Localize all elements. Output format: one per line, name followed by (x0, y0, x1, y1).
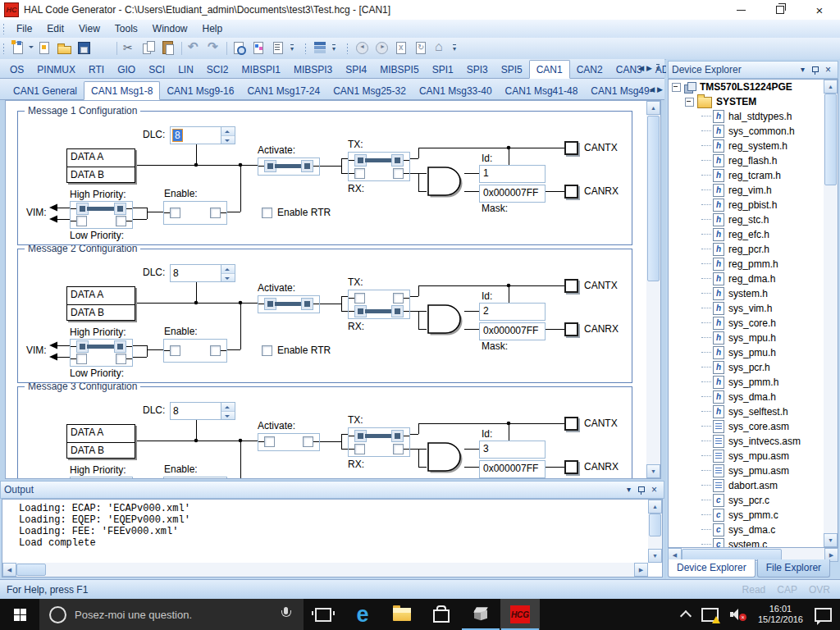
canvas-scroll-thumb[interactable] (647, 116, 660, 281)
tree-item-dabort-asm[interactable]: dabort.asm (669, 478, 838, 493)
tab-scroll-left-icon[interactable]: ◀ (638, 64, 644, 72)
save-all-button[interactable] (95, 39, 113, 57)
txrx-switch[interactable] (348, 290, 410, 319)
dlc-value[interactable]: 8 (173, 267, 179, 279)
start-button[interactable] (0, 599, 39, 630)
tree-item-sys_intvecs-asm[interactable]: sys_intvecs.asm (669, 434, 838, 449)
scroll-right-icon[interactable]: ▶ (634, 563, 648, 577)
minimize-button[interactable] (732, 2, 750, 17)
output-vscrollbar[interactable]: ▲ ▼ (648, 500, 662, 563)
tree-item-sys_core-asm[interactable]: sys_core.asm (669, 419, 838, 434)
tab-spi4[interactable]: SPI4 (339, 61, 373, 78)
tree-item-sys_pmm-c[interactable]: sys_pmm.c (669, 508, 838, 523)
output-vscroll-thumb[interactable] (649, 514, 661, 536)
dlc-spinner[interactable]: 8 (170, 126, 235, 144)
checkbox[interactable] (76, 216, 87, 226)
store-button[interactable] (422, 599, 461, 630)
id-input[interactable]: 1 (479, 165, 546, 183)
checkbox[interactable] (393, 168, 404, 179)
tree-item-sys_dma-h[interactable]: sys_dma.h (669, 390, 838, 404)
menu-file[interactable]: File (9, 21, 39, 37)
enable-switch[interactable] (163, 477, 227, 479)
output-log[interactable]: Loading: ECAP: 'ECAPv000.xml'Loading: EQ… (2, 499, 663, 578)
tree-item-reg_pcr-h[interactable]: reg_pcr.h (669, 242, 838, 257)
generate-code-button[interactable] (312, 39, 330, 57)
checkbox[interactable] (303, 436, 313, 447)
checkbox[interactable] (393, 293, 404, 304)
switch-row-connected[interactable] (258, 298, 319, 310)
home-button[interactable] (432, 39, 450, 57)
tree-item-system-c[interactable]: system.c (669, 537, 838, 548)
dlc-value[interactable]: 8 (173, 130, 182, 141)
spinner-down-icon[interactable] (221, 274, 235, 282)
subtab-can1-msg17-24[interactable]: CAN1 Msg17-24 (240, 82, 326, 99)
panel-close-icon[interactable]: × (651, 486, 657, 494)
tree-expander-icon[interactable] (685, 98, 694, 107)
pin-icon[interactable] (637, 486, 645, 495)
checkbox[interactable] (116, 354, 126, 364)
cantx-port[interactable] (564, 141, 578, 155)
action-center-icon[interactable] (815, 608, 832, 622)
redo-button[interactable] (205, 39, 223, 57)
toolbar-overflow-icon[interactable]: ▾ (453, 44, 456, 52)
tab-gio[interactable]: GIO (111, 61, 142, 78)
spinner-up-icon[interactable] (221, 127, 235, 136)
toolbar-overflow-icon[interactable]: ▾ (332, 44, 336, 52)
tab-spi3[interactable]: SPI3 (460, 61, 495, 78)
switch-row-connected[interactable] (71, 478, 132, 479)
tree-item-reg_system-h[interactable]: reg_system.h (669, 139, 838, 153)
tab-sci2[interactable]: SCI2 (200, 61, 235, 78)
checkbox[interactable] (170, 345, 180, 356)
checkbox[interactable] (116, 216, 126, 226)
switch-row-off[interactable] (349, 292, 409, 304)
scroll-up-icon[interactable]: ▲ (646, 101, 660, 115)
cut-button[interactable] (121, 39, 139, 57)
switch-row-off[interactable] (71, 215, 132, 227)
network-status-icon[interactable] (701, 608, 719, 622)
tab-rti[interactable]: RTI (82, 61, 111, 78)
scroll-down-icon[interactable]: ▼ (648, 549, 662, 563)
tree-item-sys_common-h[interactable]: sys_common.h (669, 124, 838, 139)
menu-window[interactable]: Window (145, 21, 195, 37)
save-button[interactable] (75, 39, 94, 57)
switch-row-off[interactable] (164, 207, 226, 219)
mask-input[interactable]: 0x000007FF (479, 322, 546, 340)
switch-row-connected[interactable] (71, 203, 132, 215)
hcg-taskbar-button[interactable]: HCG (500, 599, 540, 630)
tree-item-sys_pmm-h[interactable]: sys_pmm.h (669, 375, 838, 390)
tree-item-hal_stdtypes-h[interactable]: hal_stdtypes.h (669, 109, 838, 124)
switch-row-off[interactable] (71, 353, 132, 365)
checkbox[interactable] (393, 444, 404, 454)
tree-item-sys_dma-c[interactable]: sys_dma.c (669, 523, 838, 537)
enable-rtr-checkbox[interactable] (262, 208, 272, 218)
scroll-up-icon[interactable]: ▲ (648, 500, 662, 514)
id-input[interactable]: 2 (479, 303, 546, 321)
tab-can1[interactable]: CAN1 (529, 60, 570, 79)
tree-item-reg_flash-h[interactable]: reg_flash.h (669, 153, 838, 168)
refresh-button[interactable] (413, 39, 431, 57)
tab-spi1[interactable]: SPI1 (426, 61, 460, 78)
tree-item-reg_tcram-h[interactable]: reg_tcram.h (669, 168, 838, 183)
tree-item-sys_pcr-c[interactable]: sys_pcr.c (669, 493, 838, 508)
scroll-left-icon[interactable]: ◀ (2, 563, 16, 577)
tree-item-sys_vim-h[interactable]: sys_vim.h (669, 301, 838, 316)
panel-menu-icon[interactable]: ▾ (801, 66, 805, 74)
back-button[interactable] (354, 39, 372, 57)
checkbox[interactable] (264, 436, 275, 447)
new-button[interactable] (10, 39, 34, 57)
mask-input[interactable]: 0x000007FF (479, 185, 546, 203)
tree-item-sys_pcr-h[interactable]: sys_pcr.h (669, 360, 838, 375)
switch-row-off[interactable] (258, 436, 319, 448)
switch-row-connected[interactable] (349, 305, 409, 317)
mask-input[interactable]: 0x000007FF (479, 460, 546, 478)
menu-edit[interactable]: Edit (39, 21, 71, 37)
tab-mibspi1[interactable]: MIBSPI1 (235, 61, 287, 78)
output-hscroll-thumb[interactable] (16, 564, 46, 576)
tree-root-device[interactable]: TMS570LS1224PGE (669, 80, 838, 94)
tree-item-reg_pmm-h[interactable]: reg_pmm.h (669, 257, 838, 272)
txrx-switch[interactable] (348, 427, 410, 457)
spinner-up-icon[interactable] (221, 265, 235, 274)
menu-help[interactable]: Help (195, 21, 231, 37)
validate-button[interactable] (250, 39, 268, 57)
restore-button[interactable] (771, 2, 789, 17)
